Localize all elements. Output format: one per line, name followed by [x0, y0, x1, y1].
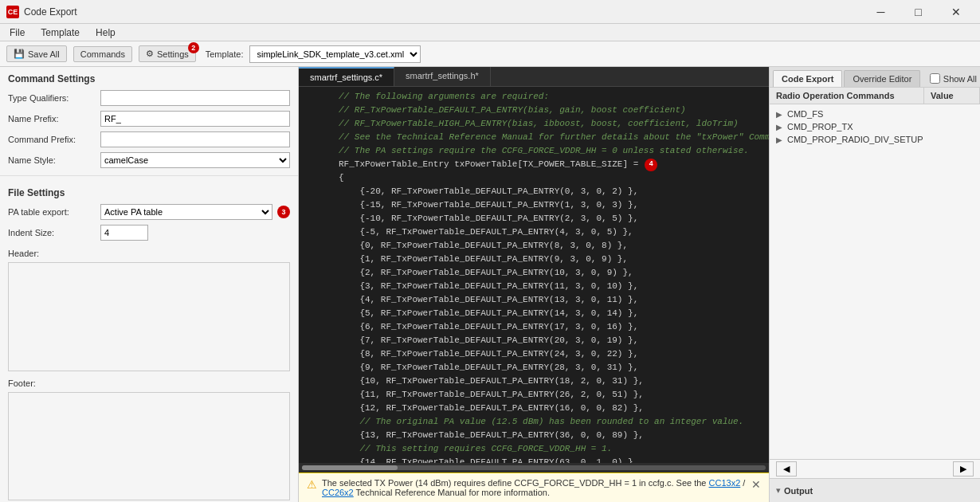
- commands-label: Commands: [80, 49, 125, 59]
- name-prefix-input[interactable]: [100, 111, 290, 127]
- tree-item-label: CMD_PROP_TX: [787, 122, 853, 131]
- name-style-select[interactable]: camelCase snake_case PascalCase: [100, 152, 290, 168]
- name-style-label: Name Style:: [8, 155, 96, 165]
- indent-size-input[interactable]: [100, 225, 148, 241]
- indent-size-label: Indent Size:: [8, 228, 96, 237]
- divider-1: [0, 175, 298, 176]
- name-prefix-label: Name Prefix:: [8, 114, 96, 124]
- output-section: ▾ Output: [770, 478, 980, 502]
- command-prefix-input[interactable]: [100, 131, 290, 147]
- tree-arrow-icon: ▶: [776, 135, 784, 144]
- app-title: Code Export: [24, 6, 77, 18]
- app-icon: CE: [6, 6, 19, 18]
- gear-icon: ⚙: [146, 49, 154, 59]
- tree-item-cmd-fs[interactable]: ▶ CMD_FS: [770, 108, 980, 120]
- code-line: // This setting requires CCFG_FORCE_VDDR…: [299, 442, 769, 456]
- menu-help[interactable]: Help: [89, 25, 122, 40]
- code-line: {11, RF_TxPowerTable_DEFAULT_PA_ENTRY(26…: [299, 388, 769, 402]
- name-style-row: Name Style: camelCase snake_case PascalC…: [0, 150, 298, 171]
- command-col-header: Radio Operation Commands: [770, 88, 924, 104]
- code-line: {14, RF_TxPowerTable_DEFAULT_PA_ENTRY(63…: [299, 456, 769, 463]
- code-line: // RF_TxPowerTable_DEFAULT_PA_ENTRY(bias…: [299, 104, 769, 117]
- name-prefix-row: Name Prefix:: [0, 108, 298, 129]
- code-line: {: [299, 171, 769, 185]
- maximize-button[interactable]: □: [900, 4, 936, 20]
- file-tab-h[interactable]: smartrf_settings.h*: [394, 67, 491, 86]
- right-tab-override-editor[interactable]: Override Editor: [844, 70, 920, 87]
- code-line: {7, RF_TxPowerTable_DEFAULT_PA_ENTRY(20,…: [299, 334, 769, 347]
- code-line: // The following arguments are required:: [299, 90, 769, 104]
- code-line: // The PA settings require the CCFG_FORC…: [299, 144, 769, 158]
- settings-label: Settings: [157, 49, 189, 59]
- code-line: {9, RF_TxPowerTable_DEFAULT_PA_ENTRY(28,…: [299, 361, 769, 375]
- code-line: {1, RF_TxPowerTable_DEFAULT_PA_ENTRY(9, …: [299, 253, 769, 266]
- code-badge-4: 4: [645, 159, 657, 171]
- code-line: {10, RF_TxPowerTable_DEFAULT_PA_ENTRY(18…: [299, 375, 769, 388]
- type-qualifiers-row: Type Qualifiers:: [0, 88, 298, 108]
- menu-template[interactable]: Template: [34, 25, 86, 40]
- tree-item-cmd-prop-radio[interactable]: ▶ CMD_PROP_RADIO_DIV_SETUP: [770, 133, 980, 146]
- save-all-label: Save All: [28, 49, 60, 59]
- code-line: {-5, RF_TxPowerTable_DEFAULT_PA_ENTRY(4,…: [299, 226, 769, 239]
- footer-textarea[interactable]: [8, 392, 290, 501]
- footer-label: Footer:: [8, 378, 96, 388]
- code-line: {3, RF_TxPowerTable_DEFAULT_PA_ENTRY(11,…: [299, 280, 769, 293]
- pa-table-select[interactable]: Active PA table All PA tables None: [100, 204, 272, 220]
- menu-bar: File Template Help: [0, 24, 980, 41]
- show-all-label: Show All: [943, 74, 977, 84]
- warning-link-cc13x2[interactable]: CC13x2: [709, 478, 741, 488]
- footer-row: Footer:: [0, 376, 298, 390]
- save-icon: 💾: [14, 49, 25, 59]
- header-textarea[interactable]: [8, 262, 290, 371]
- warning-close-button[interactable]: ✕: [751, 478, 761, 491]
- show-all-area: Show All: [930, 73, 977, 84]
- header-row: Header:: [0, 246, 298, 261]
- close-button[interactable]: ✕: [938, 4, 974, 20]
- tree-arrow-icon: ▶: [776, 110, 784, 119]
- left-panel: Command Settings Type Qualifiers: Name P…: [0, 67, 299, 502]
- tree-arrow-icon: ▶: [776, 123, 784, 131]
- tree-item-label: CMD_PROP_RADIO_DIV_SETUP: [787, 135, 923, 144]
- command-prefix-label: Command Prefix:: [8, 135, 96, 144]
- indent-size-row: Indent Size:: [0, 222, 298, 243]
- code-scrollbar[interactable]: [299, 463, 769, 473]
- code-line: {-15, RF_TxPowerTable_DEFAULT_PA_ENTRY(1…: [299, 198, 769, 212]
- radio-tree: ▶ CMD_FS ▶ CMD_PROP_TX ▶ CMD_PROP_RADIO_…: [770, 104, 980, 459]
- code-line: {-10, RF_TxPowerTable_DEFAULT_PA_ENTRY(2…: [299, 212, 769, 226]
- tree-item-cmd-prop-tx[interactable]: ▶ CMD_PROP_TX: [770, 120, 980, 133]
- type-qualifiers-input[interactable]: [100, 90, 290, 106]
- template-label: Template:: [206, 49, 244, 59]
- right-panel: Code Export Override Editor Show All Rad…: [769, 67, 980, 502]
- right-tab-code-export[interactable]: Code Export: [773, 70, 842, 87]
- code-line: {12, RF_TxPowerTable_DEFAULT_PA_ENTRY(16…: [299, 402, 769, 415]
- toolbar: 💾 Save All Commands ⚙ Settings 2 Templat…: [0, 41, 980, 67]
- code-editor[interactable]: // The following arguments are required:…: [299, 87, 769, 463]
- output-expand-icon[interactable]: ▾: [776, 485, 781, 496]
- right-panel-tabs: Code Export Override Editor Show All: [770, 67, 980, 88]
- code-line: // See the Technical Reference Manual fo…: [299, 131, 769, 144]
- settings-badge: 2: [188, 42, 199, 53]
- type-qualifiers-label: Type Qualifiers:: [8, 93, 96, 103]
- warning-bar: ⚠ The selected TX Power (14 dBm) require…: [299, 473, 769, 502]
- code-line: {6, RF_TxPowerTable_DEFAULT_PA_ENTRY(17,…: [299, 320, 769, 334]
- code-line: {4, RF_TxPowerTable_DEFAULT_PA_ENTRY(13,…: [299, 293, 769, 307]
- title-bar: CE Code Export ─ □ ✕: [0, 0, 980, 24]
- pa-table-row: PA table export: Active PA table All PA …: [0, 202, 298, 222]
- show-all-checkbox[interactable]: [930, 73, 940, 84]
- warning-icon: ⚠: [307, 478, 317, 491]
- nav-left-button[interactable]: ◀: [776, 461, 797, 477]
- minimize-button[interactable]: ─: [863, 4, 899, 20]
- code-editor-area: smartrf_settings.c* smartrf_settings.h* …: [299, 67, 769, 502]
- template-select[interactable]: simpleLink_SDK_template_v3.cet.xml: [249, 45, 421, 63]
- right-panel-table-header: Radio Operation Commands Value: [770, 88, 980, 104]
- file-tab-c[interactable]: smartrf_settings.c*: [299, 67, 394, 86]
- right-panel-nav: ◀ ▶: [770, 459, 980, 478]
- menu-file[interactable]: File: [3, 25, 31, 40]
- pa-table-label: PA table export:: [8, 207, 96, 217]
- save-all-button[interactable]: 💾 Save All: [6, 45, 67, 62]
- settings-button[interactable]: ⚙ Settings: [139, 45, 196, 62]
- output-label: Output: [784, 486, 813, 496]
- warning-link-cc26x2[interactable]: CC26x2: [322, 488, 354, 497]
- nav-right-button[interactable]: ▶: [953, 461, 974, 477]
- commands-button[interactable]: Commands: [73, 46, 132, 62]
